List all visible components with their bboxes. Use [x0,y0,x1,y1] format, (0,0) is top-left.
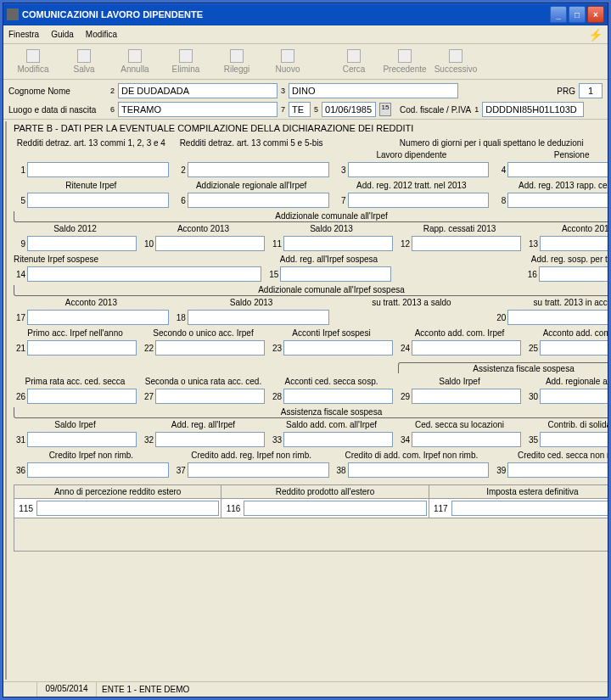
field-4[interactable] [507,162,608,177]
bolt-icon[interactable]: ⚡ [588,28,603,42]
field-16[interactable] [539,266,608,282]
tb-precedente[interactable]: Precedente [382,49,428,74]
tb-annulla[interactable]: Annulla [112,49,158,74]
status-ente: ENTE 1 - ENTE DEMO [97,685,189,694]
field-117[interactable] [451,501,608,516]
label-luogo: Luogo e data di nascita [8,105,107,115]
menubar: Finestra Guida Modifica ⚡ [3,25,608,44]
tb-successivo[interactable]: Successivo [433,49,479,74]
maximize-button[interactable]: □ [569,6,586,23]
tb-modifica[interactable]: Modifica [10,49,56,74]
field-23[interactable] [283,340,393,356]
prg-input[interactable] [579,83,603,98]
tb-nuovo[interactable]: Nuovo [265,49,311,74]
statusbar: 09/05/2014 ENTE 1 - ENTE DEMO [3,681,608,697]
tb-rileggi[interactable]: Rileggi [214,49,260,74]
next-icon [449,49,462,63]
field-28[interactable] [283,389,393,404]
sidebar-item-b2[interactable]: Altri dati [6,259,7,281]
main-panel: PARTE B - DATI PER LA EVENTUALE COMPILAZ… [8,120,608,681]
nome-input[interactable] [289,83,458,98]
calendar-icon[interactable]: 15 [379,103,391,116]
field-5[interactable] [27,193,169,208]
field-21[interactable] [27,340,137,356]
field-116[interactable] [244,501,426,516]
field-36[interactable] [27,462,169,478]
field-31[interactable] [27,432,137,447]
tb-salva[interactable]: Salva [61,49,107,74]
sidebar-item-b3[interactable]: Dati relativi ai conguagli [6,281,7,323]
field-26[interactable] [27,389,137,404]
field-8[interactable] [507,193,608,208]
parte-d-label: PARTE D [6,636,7,659]
sidebar-item-b4[interactable]: Somme per increm. produttività [6,323,7,366]
field-37[interactable] [188,462,329,478]
field-7[interactable] [348,193,490,208]
field-3[interactable] [348,162,490,177]
luogo-input[interactable] [118,102,277,117]
sidebar-item-b5[interactable]: Redditi assoggettati [6,366,7,388]
sidebar-item-c1[interactable]: Dati INPS [6,565,7,587]
field-14[interactable] [27,266,261,282]
field-27[interactable] [155,389,265,404]
new-icon [281,49,294,63]
field-29[interactable] [412,389,521,404]
search-icon [347,49,361,63]
field-24[interactable] [412,340,521,356]
menu-modifica[interactable]: Modifica [86,30,117,39]
field-35[interactable] [540,432,608,447]
field-10[interactable] [155,236,265,251]
reload-icon [230,49,244,63]
tb-cerca[interactable]: Cerca [331,49,377,74]
field-15[interactable] [280,266,390,282]
header-form: Cognome Nome 2 3 PRG Luogo e data di nas… [3,80,608,119]
titlebar: COMUNICAZIONI LAVORO DIPENDENTE _ □ × [3,3,608,25]
field-6[interactable] [188,193,329,208]
field-9[interactable] [27,236,137,251]
field-34[interactable] [412,432,521,447]
menu-finestra[interactable]: Finestra [8,30,39,39]
field-13[interactable] [540,236,608,251]
field-17[interactable] [27,310,169,325]
field-32[interactable] [155,432,265,447]
section-title: PARTE B - DATI PER LA EVENTUALE COMPILAZ… [14,123,608,133]
field-39[interactable] [507,462,608,478]
field-12[interactable] [412,236,521,251]
tb-elimina[interactable]: Elimina [163,49,209,74]
prov-input[interactable] [289,102,311,117]
field-11[interactable] [283,236,393,251]
cf-input[interactable] [482,102,584,117]
field-115[interactable] [36,501,219,516]
app-window: COMUNICAZIONI LAVORO DIPENDENTE _ □ × Fi… [3,3,608,697]
menu-guida[interactable]: Guida [51,30,74,39]
sidebar-item-b9[interactable]: Dati coniuge e fam. a carico [6,474,7,537]
field-30[interactable] [540,389,608,404]
field-2[interactable] [188,162,329,177]
sidebar-item-a1[interactable]: Dati del dipendente [6,146,7,178]
sidebar-item-b7[interactable]: T.F.R. + altre indennità [6,420,7,462]
field-22[interactable] [155,340,265,356]
field-33[interactable] [283,432,393,447]
delete-icon [179,49,193,63]
sidebar-item-c3[interactable]: Dati INAIL [6,609,7,631]
minimize-button[interactable]: _ [550,6,567,23]
foreign-grid: Anno di percezione reddito estero115 Red… [14,484,608,518]
field-18[interactable] [188,310,329,325]
prg-label: PRG [557,87,575,96]
field-38[interactable] [348,462,490,478]
sidebar-item-d1[interactable]: Assistenza 2013 [6,659,7,680]
undo-icon [128,49,142,63]
close-button[interactable]: × [587,6,604,23]
sidebar-item-c2[interactable]: Dati INPDAP [6,587,7,609]
sidebar-item-b1[interactable]: Dati per dich. dei redditi [6,206,7,259]
prev-icon [398,49,412,63]
app-icon [7,8,19,20]
data-input[interactable] [322,102,376,117]
field-1[interactable] [27,162,169,177]
sidebar-item-b6[interactable]: Compensi anni precedenti [6,388,7,420]
field-20[interactable] [507,310,608,325]
sidebar-item-b8[interactable]: Annotazioni [6,462,7,474]
cf-label: Cod. fiscale / P.IVA [400,105,471,115]
cognome-input[interactable] [118,83,277,98]
field-25[interactable] [540,340,608,356]
